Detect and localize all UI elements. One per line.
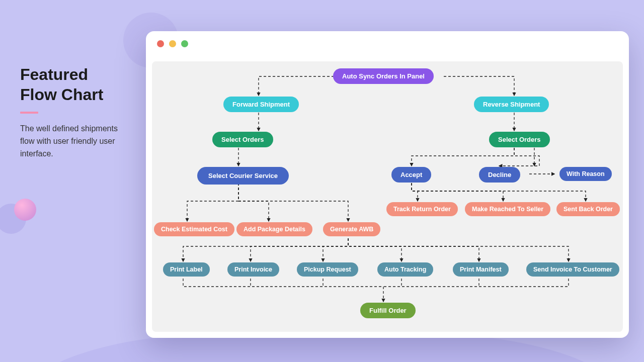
page-title: Featured Flow Chart: [20, 64, 126, 105]
node-decline: Decline: [479, 167, 520, 183]
node-select-courier: Select Courier Service: [197, 167, 289, 185]
node-add-pkg: Add Package Details: [236, 222, 312, 236]
node-select-orders-right: Select Orders: [489, 132, 550, 147]
node-auto-tracking: Auto Tracking: [377, 262, 433, 277]
flowchart-canvas: Auto Sync Orders In Panel Forward Shipme…: [152, 61, 623, 332]
node-root: Auto Sync Orders In Panel: [333, 68, 434, 84]
node-fulfill-order: Fulfill Order: [360, 303, 416, 318]
node-sent-back: Sent Back Order: [556, 202, 620, 216]
node-forward-shipment: Forward Shipment: [223, 97, 299, 112]
window-frame: Auto Sync Orders In Panel Forward Shipme…: [146, 31, 629, 338]
node-check-cost: Check Estimated Cost: [154, 222, 234, 236]
close-icon[interactable]: [157, 40, 164, 47]
node-accept: Accept: [391, 167, 431, 183]
node-gen-awb: Generate AWB: [323, 222, 380, 236]
node-pickup-request: Pickup Request: [297, 262, 358, 277]
node-send-invoice: Send Invoice To Customer: [526, 262, 619, 277]
title-line-1: Featured: [20, 65, 88, 83]
node-reverse-shipment: Reverse Shipment: [474, 97, 549, 112]
node-print-label: Print Label: [163, 262, 210, 277]
node-track-return: Track Return Order: [386, 202, 458, 216]
sidebar: Featured Flow Chart The well defined shi…: [20, 64, 126, 160]
node-select-orders-left: Select Orders: [212, 132, 273, 147]
decor-circle-pink: [14, 199, 36, 221]
page-description: The well defined shipments flow with use…: [20, 123, 126, 160]
minimize-icon[interactable]: [169, 40, 176, 47]
title-underline: [20, 112, 38, 114]
node-print-manifest: Print Manifest: [453, 262, 509, 277]
decor-band: [0, 334, 644, 362]
flowchart-connectors: [152, 61, 623, 332]
maximize-icon[interactable]: [181, 40, 188, 47]
window-titlebar: [146, 31, 629, 56]
node-print-invoice: Print Invoice: [227, 262, 279, 277]
node-with-reason: With Reason: [559, 167, 612, 181]
node-reached-seller: Make Reached To Seller: [465, 202, 550, 216]
title-line-2: Flow Chart: [20, 85, 103, 104]
